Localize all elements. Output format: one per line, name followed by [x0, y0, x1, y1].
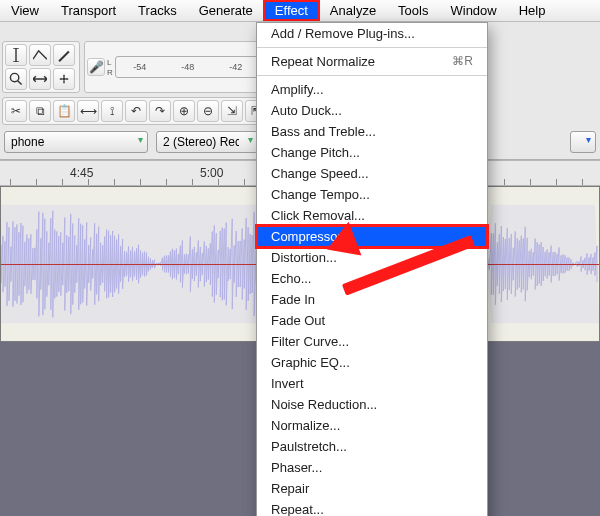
menu-item-label: Filter Curve... — [271, 334, 349, 349]
menu-item-label: Click Removal... — [271, 208, 365, 223]
menu-item-label: Normalize... — [271, 418, 340, 433]
meter-r-label: R — [107, 68, 113, 77]
timeline-label: 4:45 — [70, 166, 93, 180]
menu-item-label: Invert — [271, 376, 304, 391]
menubar: ViewTransportTracksGenerateEffectAnalyze… — [0, 0, 600, 22]
menu-analyze[interactable]: Analyze — [319, 1, 387, 20]
multitool-icon[interactable] — [53, 68, 75, 90]
menu-item-label: Fade Out — [271, 313, 325, 328]
undo-icon[interactable]: ↶ — [125, 100, 147, 122]
menu-item-repeat-normalize[interactable]: Repeat Normalize⌘R — [257, 51, 487, 72]
channels-select[interactable]: 2 (Stereo) Rec — [156, 131, 258, 153]
menu-item-graphic-eq[interactable]: Graphic EQ... — [257, 352, 487, 373]
menu-item-bass-and-treble[interactable]: Bass and Treble... — [257, 121, 487, 142]
silence-icon[interactable]: ⟟ — [101, 100, 123, 122]
menu-item-filter-curve[interactable]: Filter Curve... — [257, 331, 487, 352]
menu-item-label: Amplify... — [271, 82, 324, 97]
menu-effect[interactable]: Effect — [264, 1, 319, 20]
timeline-label: 5:00 — [200, 166, 223, 180]
menu-item-label: Repair — [271, 481, 309, 496]
menu-item-label: Distortion... — [271, 250, 337, 265]
menu-item-phaser[interactable]: Phaser... — [257, 457, 487, 478]
paste-icon[interactable]: 📋 — [53, 100, 75, 122]
menu-tools[interactable]: Tools — [387, 1, 439, 20]
redo-icon[interactable]: ↷ — [149, 100, 171, 122]
menu-generate[interactable]: Generate — [188, 1, 264, 20]
copy-icon[interactable]: ⧉ — [29, 100, 51, 122]
menu-window[interactable]: Window — [439, 1, 507, 20]
effect-menu-dropdown: Add / Remove Plug-ins...Repeat Normalize… — [256, 22, 488, 516]
menu-item-change-speed[interactable]: Change Speed... — [257, 163, 487, 184]
timeshift-icon[interactable] — [29, 68, 51, 90]
menu-item-label: Auto Duck... — [271, 103, 342, 118]
menu-item-repair[interactable]: Repair — [257, 478, 487, 499]
menu-item-label: Change Speed... — [271, 166, 369, 181]
menu-item-noise-reduction[interactable]: Noise Reduction... — [257, 394, 487, 415]
menu-item-fade-in[interactable]: Fade In — [257, 289, 487, 310]
input-device-select[interactable]: phone — [4, 131, 148, 153]
menu-tracks[interactable]: Tracks — [127, 1, 188, 20]
menu-item-normalize[interactable]: Normalize... — [257, 415, 487, 436]
menu-transport[interactable]: Transport — [50, 1, 127, 20]
zoom-icon[interactable] — [5, 68, 27, 90]
menu-item-label: Repeat... — [271, 502, 324, 516]
output-device-select[interactable] — [570, 131, 596, 153]
pencil-icon[interactable] — [53, 44, 75, 66]
menu-item-label: Noise Reduction... — [271, 397, 377, 412]
menu-item-label: Phaser... — [271, 460, 322, 475]
zoomout-icon[interactable]: ⊖ — [197, 100, 219, 122]
menu-item-amplify[interactable]: Amplify... — [257, 79, 487, 100]
envelope-icon[interactable] — [29, 44, 51, 66]
menu-item-change-pitch[interactable]: Change Pitch... — [257, 142, 487, 163]
trim-icon[interactable]: ⟷ — [77, 100, 99, 122]
menu-view[interactable]: View — [0, 1, 50, 20]
menu-item-auto-duck[interactable]: Auto Duck... — [257, 100, 487, 121]
meter-l-label: L — [107, 58, 113, 67]
menu-item-label: Repeat Normalize — [271, 54, 375, 69]
menu-shortcut: ⌘R — [452, 54, 473, 69]
menu-item-invert[interactable]: Invert — [257, 373, 487, 394]
menu-item-label: Paulstretch... — [271, 439, 347, 454]
menu-item-label: Bass and Treble... — [271, 124, 376, 139]
menu-help[interactable]: Help — [508, 1, 557, 20]
menu-item-click-removal[interactable]: Click Removal... — [257, 205, 487, 226]
tools-group — [2, 41, 80, 93]
mic-icon[interactable]: 🎤 — [87, 58, 105, 76]
menu-item-paulstretch[interactable]: Paulstretch... — [257, 436, 487, 457]
svg-point-1 — [63, 78, 66, 81]
menu-item-label: Change Tempo... — [271, 187, 370, 202]
menu-item-change-tempo[interactable]: Change Tempo... — [257, 184, 487, 205]
edit-group: ✂⧉📋⟷⟟↶↷⊕⊖⇲⇱⧈ — [2, 97, 294, 125]
zoomin-icon[interactable]: ⊕ — [173, 100, 195, 122]
menu-item-add-remove-plug-ins[interactable]: Add / Remove Plug-ins... — [257, 23, 487, 44]
rec-meter-group: 🎤 L R -54 -48 -42 — [84, 41, 264, 93]
menu-item-label: Fade In — [271, 292, 315, 307]
menu-item-fade-out[interactable]: Fade Out — [257, 310, 487, 331]
menu-item-label: Add / Remove Plug-ins... — [271, 26, 415, 41]
cut-icon[interactable]: ✂ — [5, 100, 27, 122]
menu-item-repeat[interactable]: Repeat... — [257, 499, 487, 516]
fitsel-icon[interactable]: ⇲ — [221, 100, 243, 122]
ibeam-icon[interactable] — [5, 44, 27, 66]
menu-item-label: Echo... — [271, 271, 311, 286]
menu-item-label: Change Pitch... — [271, 145, 360, 160]
menu-item-label: Graphic EQ... — [271, 355, 350, 370]
rec-meter[interactable]: -54 -48 -42 — [115, 56, 261, 78]
